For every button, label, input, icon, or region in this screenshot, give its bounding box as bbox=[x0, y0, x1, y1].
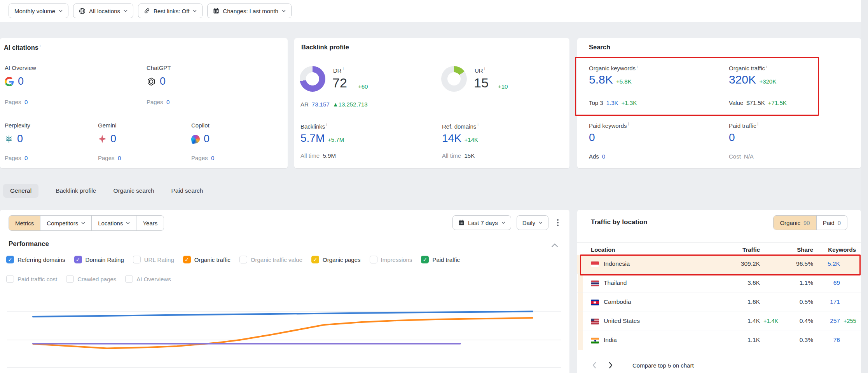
chevron-down-icon bbox=[126, 222, 130, 224]
chart-mode-segmented-control: Metrics Competitors Locations Years bbox=[9, 215, 164, 231]
checkbox-unchecked-icon bbox=[133, 256, 141, 263]
info-icon[interactable]: i bbox=[637, 64, 637, 69]
info-icon[interactable]: i bbox=[40, 44, 40, 48]
granularity-dropdown[interactable]: Daily bbox=[517, 215, 548, 230]
organic-traffic-subline: Value $71.5K +71.5K bbox=[729, 99, 787, 106]
google-g-icon bbox=[5, 77, 14, 86]
segment-locations[interactable]: Locations bbox=[91, 216, 136, 230]
segment-competitors[interactable]: Competitors bbox=[40, 216, 91, 230]
table-row-indonesia[interactable]: Indonesia 309.2K 96.5% 5.2K bbox=[577, 255, 861, 274]
metric-toggle-paid-traffic[interactable]: Paid traffic bbox=[421, 256, 460, 263]
page-scrollbar[interactable] bbox=[861, 0, 868, 373]
tab-general[interactable]: General bbox=[3, 184, 38, 198]
organic-keywords-value[interactable]: 5.8K +5.8K bbox=[589, 73, 632, 86]
metric-toggle-impressions[interactable]: Impressions bbox=[370, 256, 412, 263]
toggle-organic[interactable]: Organic90 bbox=[774, 216, 816, 230]
dr-label: DRi bbox=[333, 67, 344, 74]
ur-label: URi bbox=[475, 67, 485, 74]
chatgpt-label: ChatGPT bbox=[147, 64, 171, 71]
table-row-thailand[interactable]: Thailand 3.6K 1.1% 69 bbox=[577, 274, 861, 293]
ar-value-link[interactable]: 73,157 bbox=[312, 101, 330, 108]
top3-value-link[interactable]: 1.3K bbox=[606, 99, 618, 106]
column-header-keywords[interactable]: Keywords bbox=[823, 246, 856, 253]
dr-donut-chart bbox=[300, 66, 325, 92]
metric-toggles-row-1: Referring domains Domain Rating URL Rati… bbox=[6, 256, 460, 263]
tab-paid-search[interactable]: Paid search bbox=[171, 184, 203, 198]
metric-toggle-domain-rating[interactable]: Domain Rating bbox=[74, 256, 124, 263]
toggle-paid[interactable]: Paid0 bbox=[816, 216, 847, 230]
metric-toggle-url-rating[interactable]: URL Rating bbox=[133, 256, 174, 263]
segment-metrics[interactable]: Metrics bbox=[9, 216, 40, 230]
gemini-pages: Pages 0 bbox=[98, 155, 121, 161]
metric-toggle-crawled-pages[interactable]: Crawled pages bbox=[66, 275, 116, 283]
column-header-traffic[interactable]: Traffic bbox=[706, 246, 760, 253]
chart-date-controls: Last 7 days Daily bbox=[452, 215, 562, 230]
ai-citations-title: AI citationsi bbox=[4, 44, 40, 51]
metric-toggle-ai-overviews[interactable]: AI Overviews bbox=[125, 275, 171, 283]
ai-overview-count[interactable]: 0 bbox=[18, 75, 24, 87]
ref-domains-value[interactable]: 14K +14K bbox=[442, 132, 478, 145]
chevron-down-icon bbox=[193, 10, 197, 12]
location-name: Indonesia bbox=[604, 260, 630, 267]
column-header-share[interactable]: Share bbox=[775, 246, 813, 253]
table-row-cambodia[interactable]: Cambodia 1.6K 0.5% 171 bbox=[577, 293, 861, 312]
metric-toggle-organic-pages[interactable]: Organic pages bbox=[311, 256, 361, 263]
info-icon[interactable]: i bbox=[326, 123, 327, 127]
keywords-link[interactable]: 5.2K bbox=[807, 260, 840, 267]
all-locations-dropdown[interactable]: All locations bbox=[73, 3, 133, 18]
metric-toggle-referring-domains[interactable]: Referring domains bbox=[6, 256, 65, 263]
collapse-chevron-up-icon[interactable] bbox=[551, 243, 558, 248]
chevron-down-icon bbox=[59, 10, 63, 12]
keywords-link[interactable]: 76 bbox=[807, 336, 840, 343]
chevron-down-icon bbox=[501, 221, 505, 224]
monthly-volume-dropdown[interactable]: Monthly volume bbox=[9, 3, 68, 18]
table-pagination: Compare top 5 on chart bbox=[589, 360, 694, 371]
metric-toggle-paid-traffic-cost[interactable]: Paid traffic cost bbox=[6, 275, 57, 283]
keywords-link[interactable]: 171 bbox=[807, 298, 840, 305]
info-icon[interactable]: i bbox=[484, 67, 485, 71]
flag-icon-united-states bbox=[591, 319, 599, 324]
perplexity-count[interactable]: 0 bbox=[17, 133, 23, 145]
metric-toggle-organic-traffic[interactable]: Organic traffic bbox=[183, 256, 231, 263]
organic-traffic-value[interactable]: 320K +320K bbox=[729, 73, 776, 86]
flag-icon-cambodia bbox=[591, 300, 599, 305]
column-header-location[interactable]: Location bbox=[591, 246, 615, 253]
paid-traffic-value[interactable]: 0 bbox=[729, 131, 735, 144]
location-name: Cambodia bbox=[604, 298, 631, 305]
table-row-united-states[interactable]: United States 1.4K +1.4K 0.4% 257 +255 bbox=[577, 312, 861, 331]
flag-icon-indonesia bbox=[591, 261, 599, 267]
chatgpt-count[interactable]: 0 bbox=[160, 75, 166, 87]
segment-years[interactable]: Years bbox=[136, 216, 164, 230]
tab-backlink-profile[interactable]: Backlink profile bbox=[56, 184, 96, 198]
info-icon[interactable]: i bbox=[343, 67, 344, 71]
date-range-label: Last 7 days bbox=[468, 220, 498, 226]
best-links-dropdown[interactable]: Best links: Off bbox=[138, 3, 203, 18]
keywords-link[interactable]: 257 bbox=[807, 317, 840, 324]
more-options-kebab-menu[interactable] bbox=[554, 217, 562, 228]
ref-domains-alltime: All time 15K bbox=[442, 152, 475, 159]
info-icon[interactable]: i bbox=[758, 122, 758, 126]
paid-keywords-value[interactable]: 0 bbox=[589, 131, 595, 144]
info-icon[interactable]: i bbox=[477, 123, 478, 127]
backlink-profile-title: Backlink profile bbox=[301, 44, 349, 51]
keywords-link[interactable]: 69 bbox=[807, 279, 840, 286]
performance-card: Metrics Competitors Locations Years Last… bbox=[0, 210, 569, 373]
metric-toggle-organic-traffic-value[interactable]: Organic traffic value bbox=[239, 256, 302, 263]
ads-value-link[interactable]: 0 bbox=[602, 153, 605, 160]
copilot-count[interactable]: 0 bbox=[204, 133, 210, 145]
changes-dropdown[interactable]: Changes: Last month bbox=[207, 3, 292, 18]
gemini-count[interactable]: 0 bbox=[110, 133, 116, 145]
checkbox-unchecked-icon bbox=[6, 275, 14, 283]
performance-line-chart[interactable] bbox=[0, 298, 562, 373]
date-range-dropdown[interactable]: Last 7 days bbox=[452, 215, 511, 230]
pagination-next-icon[interactable] bbox=[605, 360, 616, 371]
compare-top5-button[interactable]: Compare top 5 on chart bbox=[632, 362, 694, 369]
chatgpt-pages: Pages 0 bbox=[147, 99, 169, 105]
backlinks-value[interactable]: 5.7M +5.7M bbox=[300, 132, 344, 145]
info-icon[interactable]: i bbox=[766, 64, 767, 69]
table-row-india[interactable]: India 1.1K 0.3% 76 bbox=[577, 331, 861, 350]
pagination-prev-icon[interactable] bbox=[589, 360, 600, 371]
checkbox-unchecked-icon bbox=[125, 275, 133, 283]
tab-organic-search[interactable]: Organic search bbox=[113, 184, 154, 198]
info-icon[interactable]: i bbox=[628, 122, 629, 126]
